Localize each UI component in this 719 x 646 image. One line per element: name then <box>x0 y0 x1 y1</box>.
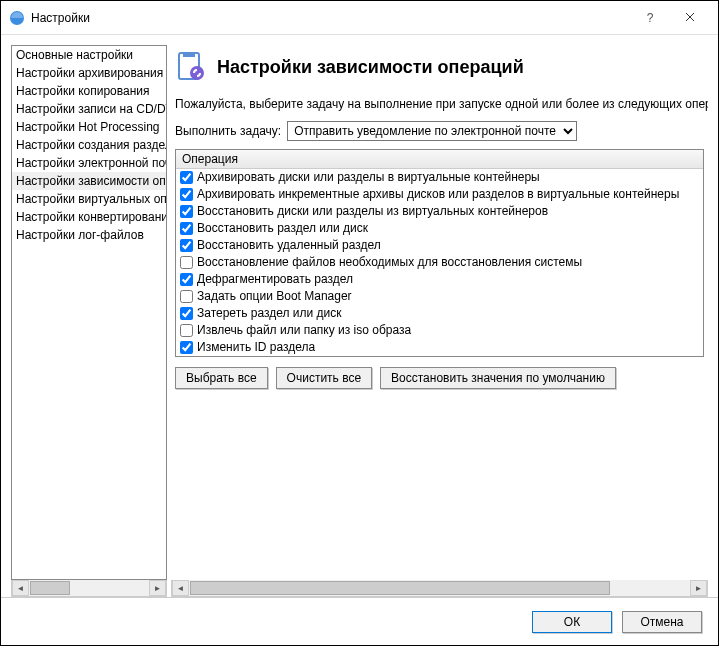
operation-header[interactable]: Операция <box>176 150 703 169</box>
button-row: Выбрать все Очистить все Восстановить зн… <box>171 357 708 399</box>
operation-row: Извлечь файл или папку из iso образа <box>176 322 703 339</box>
sidebar-item[interactable]: Настройки создания разделов <box>12 136 166 154</box>
sidebar-item[interactable]: Настройки конвертирования <box>12 208 166 226</box>
operation-checkbox[interactable] <box>180 205 193 218</box>
task-label: Выполнить задачу: <box>175 124 281 138</box>
titlebar: Настройки ? <box>1 1 718 35</box>
operation-row: Архивировать диски или разделы в виртуал… <box>176 169 703 186</box>
operation-row: Архивировать инкрементные архивы дисков … <box>176 186 703 203</box>
operation-checkbox[interactable] <box>180 222 193 235</box>
sidebar-scrollbar[interactable]: ◄ ► <box>11 580 167 597</box>
close-icon <box>685 11 695 25</box>
operation-label: Задать опции Boot Manager <box>197 288 352 305</box>
ok-button[interactable]: ОК <box>532 611 612 633</box>
sidebar-item[interactable]: Основные настройки <box>12 46 166 64</box>
page-title: Настройки зависимости операций <box>217 57 524 78</box>
scroll-thumb[interactable] <box>30 581 70 595</box>
operation-row: Задать опции Boot Manager <box>176 288 703 305</box>
sidebar-item[interactable]: Настройки зависимости операций <box>12 172 166 190</box>
sidebar-item[interactable]: Настройки архивирования <box>12 64 166 82</box>
cancel-button[interactable]: Отмена <box>622 611 702 633</box>
operation-checkbox[interactable] <box>180 171 193 184</box>
sidebar-item[interactable]: Настройки Hot Processing <box>12 118 166 136</box>
svg-rect-2 <box>183 53 195 57</box>
operation-checkbox[interactable] <box>180 239 193 252</box>
task-row: Выполнить задачу: Отправить уведомление … <box>171 121 708 149</box>
task-select[interactable]: Отправить уведомление по электронной поч… <box>287 121 577 141</box>
operation-label: Дефрагментировать раздел <box>197 271 353 288</box>
operation-label: Архивировать инкрементные архивы дисков … <box>197 186 679 203</box>
svg-point-3 <box>190 66 204 80</box>
settings-window: Настройки ? Основные настройкиНастройки … <box>0 0 719 646</box>
body: Основные настройкиНастройки архивировани… <box>1 35 718 597</box>
operation-checkbox[interactable] <box>180 256 193 269</box>
window-title: Настройки <box>31 11 630 25</box>
operation-row: Восстановить удаленный раздел <box>176 237 703 254</box>
sidebar-wrap: Основные настройкиНастройки архивировани… <box>11 45 167 597</box>
app-icon <box>9 10 25 26</box>
main-panel: Настройки зависимости операций Пожалуйст… <box>171 45 708 597</box>
operation-label: Затереть раздел или диск <box>197 305 342 322</box>
operation-label: Извлечь файл или папку из iso образа <box>197 322 411 339</box>
operation-list-body: Архивировать диски или разделы в виртуал… <box>176 169 703 356</box>
footer: ОК Отмена <box>1 597 718 645</box>
sidebar-item[interactable]: Настройки записи на CD/DVD <box>12 100 166 118</box>
main-scrollbar[interactable]: ◄ ► <box>171 580 708 597</box>
operation-row: Восстановить диски или разделы из виртуа… <box>176 203 703 220</box>
operation-label: Архивировать диски или разделы в виртуал… <box>197 169 540 186</box>
operation-checkbox[interactable] <box>180 341 193 354</box>
sidebar: Основные настройкиНастройки архивировани… <box>11 45 167 580</box>
scroll-left-icon[interactable]: ◄ <box>12 580 29 596</box>
sidebar-item[interactable]: Настройки электронной почты <box>12 154 166 172</box>
operation-checkbox[interactable] <box>180 273 193 286</box>
operation-row: Восстановить раздел или диск <box>176 220 703 237</box>
help-icon: ? <box>647 11 654 25</box>
scroll-thumb[interactable] <box>190 581 610 595</box>
operation-label: Восстановить раздел или диск <box>197 220 368 237</box>
operation-checkbox[interactable] <box>180 290 193 303</box>
sidebar-item[interactable]: Настройки копирования <box>12 82 166 100</box>
select-all-button[interactable]: Выбрать все <box>175 367 268 389</box>
operation-checkbox[interactable] <box>180 324 193 337</box>
clear-all-button[interactable]: Очистить все <box>276 367 372 389</box>
main-header: Настройки зависимости операций <box>171 45 708 97</box>
sidebar-item[interactable]: Настройки виртуальных операций <box>12 190 166 208</box>
operation-label: Восстановить диски или разделы из виртуа… <box>197 203 548 220</box>
scroll-right-icon[interactable]: ► <box>149 580 166 596</box>
operation-row: Дефрагментировать раздел <box>176 271 703 288</box>
close-button[interactable] <box>670 3 710 33</box>
scroll-right-icon[interactable]: ► <box>690 580 707 596</box>
operation-label: Изменить ID раздела <box>197 339 315 356</box>
operation-row: Изменить ID раздела <box>176 339 703 356</box>
operation-list: Операция Архивировать диски или разделы … <box>175 149 704 357</box>
sidebar-item[interactable]: Настройки лог-файлов <box>12 226 166 244</box>
dependency-icon <box>175 51 207 83</box>
restore-defaults-button[interactable]: Восстановить значения по умолчанию <box>380 367 616 389</box>
operation-row: Восстановление файлов необходимых для во… <box>176 254 703 271</box>
help-button[interactable]: ? <box>630 3 670 33</box>
description: Пожалуйста, выберите задачу на выполнени… <box>171 97 708 121</box>
operation-checkbox[interactable] <box>180 307 193 320</box>
scroll-left-icon[interactable]: ◄ <box>172 580 189 596</box>
operation-checkbox[interactable] <box>180 188 193 201</box>
operation-label: Восстановить удаленный раздел <box>197 237 381 254</box>
operation-label: Восстановление файлов необходимых для во… <box>197 254 582 271</box>
operation-row: Затереть раздел или диск <box>176 305 703 322</box>
